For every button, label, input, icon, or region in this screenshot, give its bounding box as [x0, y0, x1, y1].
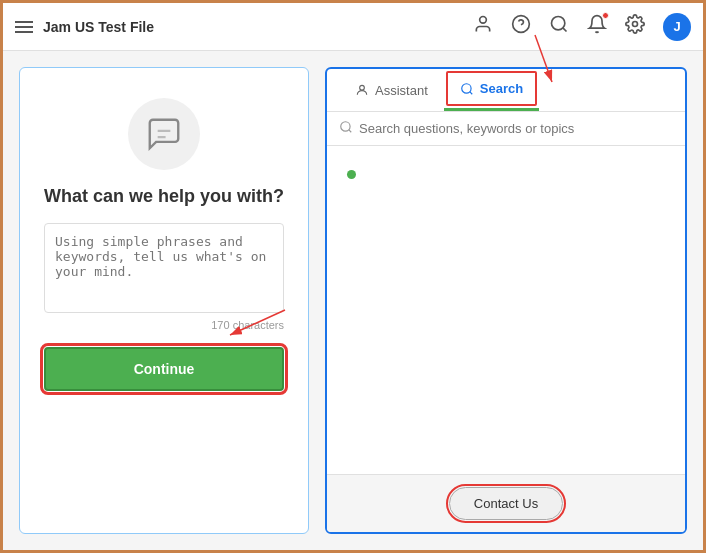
navbar-right: J: [473, 13, 691, 41]
app-title: Jam US Test File: [43, 19, 154, 35]
help-icon[interactable]: [511, 14, 531, 39]
svg-point-5: [633, 22, 638, 27]
panel-footer: Contact Us: [327, 474, 685, 532]
chat-icon: [128, 98, 200, 170]
tab-assistant[interactable]: Assistant: [339, 71, 444, 110]
chat-heading: What can we help you with?: [44, 186, 284, 207]
settings-icon[interactable]: [625, 14, 645, 39]
navbar-left: Jam US Test File: [15, 19, 473, 35]
user-avatar[interactable]: J: [663, 13, 691, 41]
user-icon[interactable]: [473, 14, 493, 39]
hamburger-menu-icon[interactable]: [15, 21, 33, 33]
bell-icon[interactable]: [587, 14, 607, 39]
svg-point-9: [341, 122, 350, 131]
tab-search-label: Search: [480, 81, 523, 96]
panel-tabs: Assistant Search: [327, 69, 685, 112]
main-content: What can we help you with? 170 character…: [3, 51, 703, 550]
search-body: [327, 146, 685, 474]
svg-point-0: [480, 17, 487, 24]
continue-button[interactable]: Continue: [44, 347, 284, 391]
chat-widget: What can we help you with? 170 character…: [19, 67, 309, 534]
search-bar-icon: [339, 120, 353, 137]
contact-us-button[interactable]: Contact Us: [449, 487, 563, 520]
tab-search[interactable]: Search: [444, 69, 539, 111]
svg-point-7: [462, 83, 471, 92]
chat-textarea[interactable]: [44, 223, 284, 313]
svg-line-4: [563, 28, 567, 32]
search-bar: [327, 112, 685, 146]
notification-badge: [602, 12, 609, 19]
char-count: 170 characters: [211, 319, 284, 331]
svg-line-8: [469, 91, 472, 94]
search-nav-icon[interactable]: [549, 14, 569, 39]
svg-line-10: [349, 130, 352, 133]
svg-point-6: [360, 85, 365, 90]
tab-assistant-label: Assistant: [375, 83, 428, 98]
search-input[interactable]: [359, 121, 673, 136]
navbar: Jam US Test File: [3, 3, 703, 51]
online-indicator: [347, 170, 356, 179]
svg-point-3: [552, 17, 565, 30]
search-widget: Assistant Search: [325, 67, 687, 534]
